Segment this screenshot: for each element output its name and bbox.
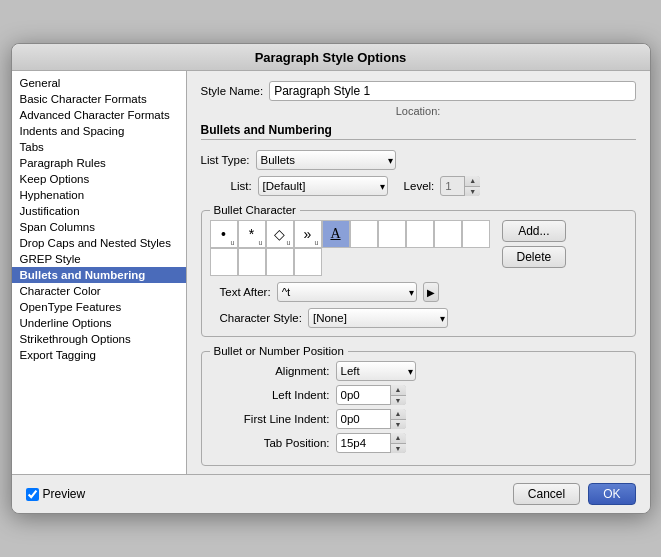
- character-style-select[interactable]: [None]: [308, 308, 448, 328]
- tab-position-label: Tab Position:: [210, 437, 330, 449]
- preview-checkbox[interactable]: [26, 488, 39, 501]
- title-bar: Paragraph Style Options: [12, 44, 650, 71]
- bullet-cell-3[interactable]: »u: [294, 220, 322, 248]
- character-style-select-wrapper: [None]: [308, 308, 448, 328]
- tab-position-arrows: ▲ ▼: [390, 433, 406, 453]
- bullet-cell-10[interactable]: [210, 248, 238, 276]
- level-spinner-arrows: ▲ ▼: [464, 176, 480, 196]
- bullet-grid: •u*u◇u»uA: [210, 220, 490, 276]
- sidebar-item-6[interactable]: Keep Options: [12, 171, 186, 187]
- bullet-cell-12[interactable]: [266, 248, 294, 276]
- left-indent-row: Left Indent: ▲ ▼: [210, 385, 627, 405]
- bullet-grid-container: •u*u◇u»uA: [210, 220, 490, 276]
- footer: Preview Cancel OK: [12, 474, 650, 513]
- first-line-indent-spinner: ▲ ▼: [336, 409, 406, 429]
- sidebar-item-7[interactable]: Hyphenation: [12, 187, 186, 203]
- bullet-cell-0[interactable]: •u: [210, 220, 238, 248]
- first-line-up[interactable]: ▲: [391, 409, 406, 420]
- bullet-cell-5[interactable]: [350, 220, 378, 248]
- bullet-cell-7[interactable]: [406, 220, 434, 248]
- sidebar-item-1[interactable]: Basic Character Formats: [12, 91, 186, 107]
- first-line-indent-arrows: ▲ ▼: [390, 409, 406, 429]
- text-after-arrow-btn[interactable]: ▶: [423, 282, 439, 302]
- dialog: Paragraph Style Options GeneralBasic Cha…: [11, 43, 651, 514]
- sidebar-item-8[interactable]: Justification: [12, 203, 186, 219]
- sidebar-item-10[interactable]: Drop Caps and Nested Styles: [12, 235, 186, 251]
- sidebar-item-2[interactable]: Advanced Character Formats: [12, 107, 186, 123]
- tab-position-spinner: ▲ ▼: [336, 433, 406, 453]
- sidebar-item-14[interactable]: OpenType Features: [12, 299, 186, 315]
- bullet-cell-4[interactable]: A: [322, 220, 350, 248]
- dialog-title: Paragraph Style Options: [255, 50, 407, 65]
- list-type-row: List Type: Bullets: [201, 150, 636, 170]
- sidebar-item-5[interactable]: Paragraph Rules: [12, 155, 186, 171]
- tab-position-down[interactable]: ▼: [391, 444, 406, 454]
- character-style-row: Character Style: [None]: [210, 308, 627, 328]
- list-type-select-wrapper: Bullets: [256, 150, 396, 170]
- left-indent-up[interactable]: ▲: [391, 385, 406, 396]
- list-level-row: List: [Default] Level: ▲ ▼: [201, 176, 636, 196]
- tab-position-up[interactable]: ▲: [391, 433, 406, 444]
- bullet-buttons: Add... Delete: [502, 220, 567, 268]
- footer-buttons: Cancel OK: [513, 483, 636, 505]
- position-legend: Bullet or Number Position: [210, 345, 348, 357]
- bullet-cell-8[interactable]: [434, 220, 462, 248]
- style-name-input[interactable]: [269, 81, 635, 101]
- bullet-character-fieldset: Bullet Character •u*u◇u»uA Add... Delete…: [201, 204, 636, 337]
- bullet-character-legend: Bullet Character: [210, 204, 300, 216]
- level-down-arrow[interactable]: ▼: [465, 187, 480, 197]
- location-row: Location:: [201, 105, 636, 117]
- first-line-indent-label: First Line Indent:: [210, 413, 330, 425]
- bullet-cell-13[interactable]: [294, 248, 322, 276]
- dialog-body: GeneralBasic Character FormatsAdvanced C…: [12, 71, 650, 474]
- bullet-cell-11[interactable]: [238, 248, 266, 276]
- text-after-select-wrapper: ^t: [277, 282, 417, 302]
- location-label: Location:: [396, 105, 441, 117]
- alignment-row: Alignment: Left: [210, 361, 627, 381]
- sidebar-item-9[interactable]: Span Columns: [12, 219, 186, 235]
- bullet-cell-1[interactable]: *u: [238, 220, 266, 248]
- style-name-row: Style Name:: [201, 81, 636, 101]
- list-select-wrapper: [Default]: [258, 176, 388, 196]
- add-button[interactable]: Add...: [502, 220, 567, 242]
- preview-label[interactable]: Preview: [26, 487, 86, 501]
- sidebar-item-15[interactable]: Underline Options: [12, 315, 186, 331]
- sidebar-item-16[interactable]: Strikethrough Options: [12, 331, 186, 347]
- first-line-indent-row: First Line Indent: ▲ ▼: [210, 409, 627, 429]
- delete-button[interactable]: Delete: [502, 246, 567, 268]
- left-indent-arrows: ▲ ▼: [390, 385, 406, 405]
- first-line-down[interactable]: ▼: [391, 420, 406, 430]
- list-select[interactable]: [Default]: [258, 176, 388, 196]
- alignment-select-wrapper: Left: [336, 361, 416, 381]
- sidebar-item-17[interactable]: Export Tagging: [12, 347, 186, 363]
- alignment-select[interactable]: Left: [336, 361, 416, 381]
- list-type-label: List Type:: [201, 154, 250, 166]
- main-content: Style Name: Location: Bullets and Number…: [187, 71, 650, 474]
- sidebar-item-4[interactable]: Tabs: [12, 139, 186, 155]
- preview-label-text: Preview: [43, 487, 86, 501]
- sidebar-item-13[interactable]: Character Color: [12, 283, 186, 299]
- level-up-arrow[interactable]: ▲: [465, 176, 480, 187]
- text-after-row: Text After: ^t ▶: [210, 282, 627, 302]
- bullet-cell-2[interactable]: ◇u: [266, 220, 294, 248]
- left-indent-down[interactable]: ▼: [391, 396, 406, 406]
- sidebar-item-11[interactable]: GREP Style: [12, 251, 186, 267]
- left-indent-label: Left Indent:: [210, 389, 330, 401]
- bullet-cell-6[interactable]: [378, 220, 406, 248]
- style-name-label: Style Name:: [201, 85, 264, 97]
- cancel-button[interactable]: Cancel: [513, 483, 580, 505]
- sidebar-item-3[interactable]: Indents and Spacing: [12, 123, 186, 139]
- ok-button[interactable]: OK: [588, 483, 635, 505]
- section-title: Bullets and Numbering: [201, 123, 636, 140]
- level-spinner: ▲ ▼: [440, 176, 480, 196]
- sidebar-item-0[interactable]: General: [12, 75, 186, 91]
- level-label: Level:: [404, 180, 435, 192]
- text-after-select[interactable]: ^t: [277, 282, 417, 302]
- list-type-select[interactable]: Bullets: [256, 150, 396, 170]
- sidebar: GeneralBasic Character FormatsAdvanced C…: [12, 71, 187, 474]
- sidebar-item-12[interactable]: Bullets and Numbering: [12, 267, 186, 283]
- character-style-label: Character Style:: [220, 312, 302, 324]
- tab-position-row: Tab Position: ▲ ▼: [210, 433, 627, 453]
- bullet-cell-9[interactable]: [462, 220, 490, 248]
- position-fieldset: Bullet or Number Position Alignment: Lef…: [201, 345, 636, 466]
